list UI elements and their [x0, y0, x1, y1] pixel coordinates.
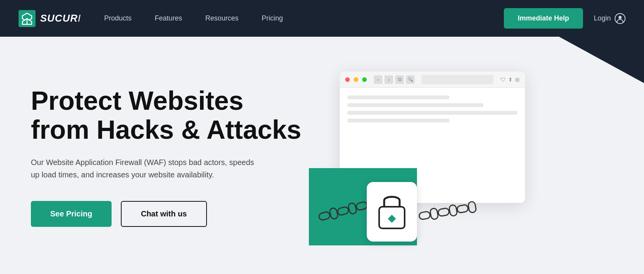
- nav-products[interactable]: Products: [104, 14, 132, 22]
- traffic-light-red: [345, 77, 350, 82]
- traffic-light-green: [362, 77, 367, 82]
- hero-title: Protect Websites from Hacks & Attacks: [31, 86, 309, 144]
- lock-chain-illustration: [317, 182, 479, 242]
- svg-rect-13: [449, 204, 458, 216]
- content-line-4: [347, 119, 449, 123]
- lock-icon: [375, 190, 409, 232]
- content-line-3: [347, 111, 517, 115]
- nav-links: Products Features Resources Pricing: [104, 14, 504, 22]
- logo-text: SUCURi: [40, 12, 81, 24]
- login-label: Login: [594, 14, 611, 22]
- nav-pricing[interactable]: Pricing: [262, 14, 283, 22]
- shield-icon: 🛡: [500, 77, 506, 83]
- svg-rect-14: [457, 204, 469, 213]
- browser-bar: ‹ › ⊡ 🔍 🛡 ⬆ ⊞: [340, 71, 525, 88]
- navbar: SUCURi Products Features Resources Prici…: [0, 0, 644, 37]
- browser-nav-icons: ‹ › ⊡ 🔍: [374, 75, 415, 84]
- svg-rect-11: [430, 208, 439, 220]
- svg-rect-10: [419, 211, 430, 220]
- browser-action-icons: 🛡 ⬆ ⊞: [500, 77, 520, 83]
- sucuri-logo-icon: [19, 10, 36, 27]
- hero-subtitle: Our Website Application Firewall (WAF) s…: [31, 156, 255, 181]
- content-line-2: [347, 103, 483, 107]
- tab-icon: ⊡: [395, 75, 404, 84]
- nav-right: Immediate Help Login: [504, 8, 625, 29]
- hero-content: Protect Websites from Hacks & Attacks Ou…: [31, 86, 309, 227]
- expand-icon: ⊞: [515, 77, 520, 83]
- svg-rect-12: [438, 208, 450, 217]
- content-line-1: [347, 95, 449, 99]
- nav-resources[interactable]: Resources: [205, 14, 239, 22]
- svg-rect-6: [347, 203, 357, 215]
- svg-rect-4: [329, 208, 339, 220]
- lock-icon-wrapper: [367, 182, 417, 242]
- immediate-help-button[interactable]: Immediate Help: [504, 8, 583, 29]
- svg-rect-5: [337, 206, 349, 216]
- svg-point-2: [619, 16, 622, 19]
- forward-button-icon: ›: [385, 75, 393, 84]
- see-pricing-button[interactable]: See Pricing: [31, 201, 112, 227]
- browser-content: [340, 88, 525, 134]
- search-icon: 🔍: [406, 75, 415, 84]
- logo[interactable]: SUCURi: [19, 10, 81, 27]
- nav-features[interactable]: Features: [155, 14, 182, 22]
- user-icon: [615, 13, 625, 24]
- hero-buttons: See Pricing Chat with us: [31, 201, 309, 227]
- chat-with-us-button[interactable]: Chat with us: [121, 201, 207, 227]
- chain-left-icon: [317, 200, 367, 223]
- hero-illustration: ‹ › ⊡ 🔍 🛡 ⬆ ⊞: [309, 60, 541, 253]
- svg-rect-15: [468, 201, 477, 213]
- chain-right-icon: [417, 200, 479, 223]
- svg-rect-7: [356, 201, 367, 211]
- login-area[interactable]: Login: [594, 13, 625, 24]
- back-button-icon: ‹: [374, 75, 382, 84]
- traffic-light-yellow: [354, 77, 358, 82]
- svg-rect-3: [318, 211, 330, 221]
- address-bar: [422, 75, 493, 84]
- hero-section: Protect Websites from Hacks & Attacks Ou…: [0, 37, 644, 274]
- share-icon: ⬆: [508, 77, 513, 83]
